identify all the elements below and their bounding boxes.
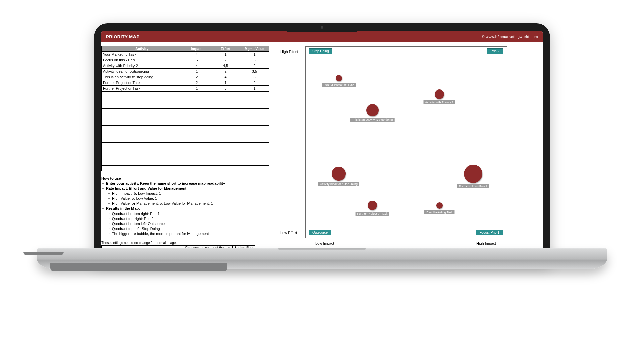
cell-effort[interactable]: 5 xyxy=(211,86,240,92)
cell-activity[interactable]: Further Project or Task xyxy=(102,86,182,92)
bubble[interactable] xyxy=(435,89,444,99)
qlabel-prio2: Prio 2 xyxy=(487,48,503,54)
cell-activity[interactable]: Your Marketing Task xyxy=(102,52,182,57)
how-to-use: How to use Enter your activity. Keep the… xyxy=(101,176,276,236)
col-effort: Effort xyxy=(211,46,240,52)
cell-value[interactable]: 1 xyxy=(240,86,269,92)
stage: PRIORITY MAP © www.b2bmarketingworld.com… xyxy=(0,0,644,362)
table-row[interactable] xyxy=(102,109,269,114)
table-row[interactable] xyxy=(102,120,269,126)
bubble-label: Activity ideal for outsourcing xyxy=(318,182,359,186)
bubble-label: Your Marketing Task xyxy=(424,210,454,214)
howto-line: High Impact: 5, Low Impact: 1 xyxy=(101,191,276,196)
howto-line: Quadrant bottom right: Prio 1 xyxy=(101,211,276,216)
app: PRIORITY MAP © www.b2bmarketingworld.com… xyxy=(101,31,543,256)
table-row[interactable] xyxy=(102,114,269,120)
right-pane: High Effort Low Effort Low Impact High I… xyxy=(278,42,543,256)
laptop-mockup: PRIORITY MAP © www.b2bmarketingworld.com… xyxy=(94,23,550,288)
axis-high-effort: High Effort xyxy=(280,50,298,54)
howto-line: Results in the Map: xyxy=(101,206,276,211)
col-value: Mgmt. Value xyxy=(240,46,269,52)
table-row[interactable] xyxy=(102,137,269,143)
howto-line: High Value for Management: 5, Low Value … xyxy=(101,201,276,206)
cell-value[interactable]: 5 xyxy=(240,57,269,63)
cell-impact[interactable]: 2 xyxy=(182,80,211,86)
bubble[interactable] xyxy=(332,167,346,181)
app-header: PRIORITY MAP © www.b2bmarketingworld.com xyxy=(101,31,543,42)
table-row[interactable] xyxy=(102,97,269,103)
table-row[interactable] xyxy=(102,148,269,154)
cell-activity[interactable]: Activity ideal for outsourcing xyxy=(102,69,182,74)
cell-effort[interactable]: 2 xyxy=(211,69,240,74)
quadrant-prio1 xyxy=(406,142,507,238)
camera-icon xyxy=(321,26,323,29)
table-row[interactable]: Focus on this - Prio 1525 xyxy=(102,57,269,63)
table-row[interactable] xyxy=(102,143,269,148)
table-row[interactable] xyxy=(102,92,269,97)
cell-impact[interactable]: 4 xyxy=(182,63,211,69)
cell-activity[interactable]: Focus on this - Prio 1 xyxy=(102,57,182,63)
table-row[interactable] xyxy=(102,154,269,160)
bubble[interactable] xyxy=(366,104,379,116)
cell-activity[interactable]: Activity with Priority 2 xyxy=(102,63,182,69)
laptop-screen: PRIORITY MAP © www.b2bmarketingworld.com… xyxy=(101,31,543,256)
bubble[interactable] xyxy=(368,201,377,210)
table-row[interactable] xyxy=(102,160,269,166)
quadrant-outsource xyxy=(305,142,407,238)
bubble[interactable] xyxy=(464,165,482,183)
laptop-foot xyxy=(50,263,227,272)
cell-impact[interactable]: 1 xyxy=(182,86,211,92)
cell-activity[interactable]: Further Project or Task xyxy=(102,80,182,86)
howto-line: Rate Impact, Effort and Value for Manage… xyxy=(101,186,276,191)
laptop-foot xyxy=(23,252,64,255)
howto-line: High Value: 5, Low Value: 1 xyxy=(101,196,276,201)
table-row[interactable]: Activity ideal for outsourcing123,5 xyxy=(102,69,269,74)
left-pane: Activity Impact Effort Mgmt. Value Your … xyxy=(101,42,278,256)
page-title: PRIORITY MAP xyxy=(106,34,140,39)
cell-effort[interactable]: 1 xyxy=(211,52,240,57)
cell-value[interactable]: 3 xyxy=(240,74,269,80)
bubble-label: Further Project or Task xyxy=(356,212,389,216)
qlabel-prio1: Focus, Prio 1 xyxy=(476,230,503,235)
laptop-base xyxy=(37,250,607,269)
cell-effort[interactable]: 1 xyxy=(211,80,240,86)
cell-effort[interactable]: 2 xyxy=(211,57,240,63)
priority-chart: Stop Doing Prio 2 Outsource Focus, Prio … xyxy=(305,46,506,237)
bubble[interactable] xyxy=(436,202,443,209)
bubble-label: This is an activity to stop doing xyxy=(350,118,395,122)
cell-value[interactable]: 2 xyxy=(240,80,269,86)
bubble[interactable] xyxy=(336,75,342,81)
bubble-label: Further Project or Task xyxy=(322,83,356,87)
table-row[interactable]: Your Marketing Task411 xyxy=(102,52,269,57)
qlabel-stop-doing: Stop Doing xyxy=(309,48,332,54)
table-row[interactable] xyxy=(102,166,269,171)
table-row[interactable] xyxy=(102,131,269,137)
cell-activity[interactable]: This is an activity to stop doing xyxy=(102,74,182,80)
cell-impact[interactable]: 2 xyxy=(182,74,211,80)
table-row[interactable] xyxy=(102,103,269,109)
cell-effort[interactable]: 4,5 xyxy=(211,63,240,69)
table-row[interactable]: This is an activity to stop doing243 xyxy=(102,74,269,80)
app-body: Activity Impact Effort Mgmt. Value Your … xyxy=(101,42,543,256)
table-row[interactable]: Further Project or Task212 xyxy=(102,80,269,86)
axis-low-impact: Low Impact xyxy=(315,241,334,245)
activity-table[interactable]: Activity Impact Effort Mgmt. Value Your … xyxy=(101,46,269,171)
site-credit: © www.b2bmarketingworld.com xyxy=(482,35,538,39)
bubble-label: Activity with Priority 2 xyxy=(423,100,455,104)
cell-value[interactable]: 2 xyxy=(240,63,269,69)
cell-impact[interactable]: 1 xyxy=(182,69,211,74)
howto-line: Quadrant top right: Prio 2 xyxy=(101,216,276,221)
cell-impact[interactable]: 4 xyxy=(182,52,211,57)
cell-value[interactable]: 1 xyxy=(240,52,269,57)
table-row[interactable]: Further Project or Task151 xyxy=(102,86,269,92)
howto-line: Quadrant top left: Stop Doing xyxy=(101,226,276,231)
cell-value[interactable]: 3,5 xyxy=(240,69,269,74)
table-row[interactable]: Activity with Priority 244,52 xyxy=(102,63,269,69)
howto-line: The bigger the bubble, the more importan… xyxy=(101,231,276,236)
table-row[interactable] xyxy=(102,126,269,131)
cell-impact[interactable]: 5 xyxy=(182,57,211,63)
laptop-screen-shell: PRIORITY MAP © www.b2bmarketingworld.com… xyxy=(94,23,550,263)
cell-effort[interactable]: 4 xyxy=(211,74,240,80)
axis-high-impact: High Impact xyxy=(476,241,496,245)
col-impact: Impact xyxy=(182,46,211,52)
